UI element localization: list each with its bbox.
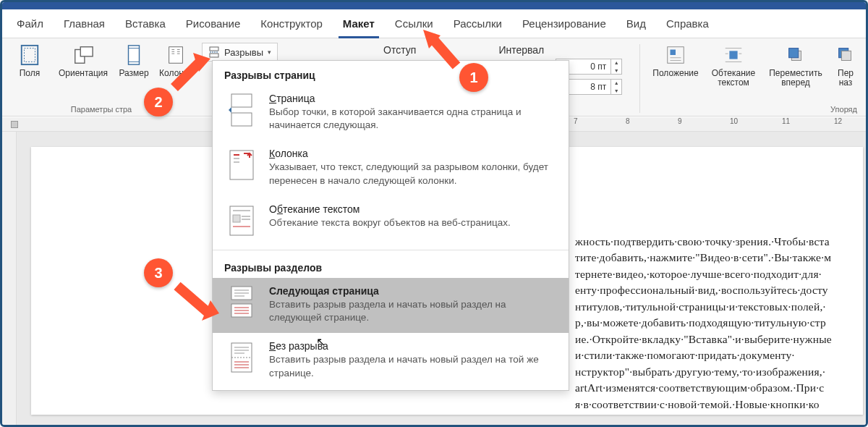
breaks-dropdown: Разрывы страниц Страница Выбор точки, в … bbox=[212, 60, 569, 391]
svg-rect-21 bbox=[729, 51, 737, 59]
tab-layout[interactable]: Макет bbox=[333, 9, 385, 38]
break-column-desc: Указывает, что текст, следующий за разры… bbox=[269, 161, 557, 187]
bring-forward-icon bbox=[785, 44, 807, 66]
position-icon bbox=[665, 44, 686, 66]
orientation-button[interactable]: Ориентация bbox=[54, 41, 112, 81]
send-backward-icon bbox=[835, 44, 856, 66]
tab-draw[interactable]: Рисование bbox=[176, 9, 251, 38]
svg-rect-29 bbox=[841, 51, 851, 60]
bring-forward-label: Переместить вперед bbox=[765, 69, 827, 88]
textwrap-break-icon bbox=[227, 203, 256, 238]
page-setup-group-label: Параметры стра bbox=[71, 105, 132, 116]
document-body-text[interactable]: жность·подтвердить·свою·точку·зрения.·Чт… bbox=[575, 234, 851, 413]
spin-down-icon[interactable]: ▼ bbox=[611, 67, 621, 75]
break-nextpage-item[interactable]: Следующая страница Вставить разрыв разде… bbox=[213, 278, 569, 333]
bring-forward-button[interactable]: Переместить вперед bbox=[763, 41, 828, 90]
page-break-icon bbox=[227, 93, 256, 127]
callout-arrow-3 bbox=[169, 277, 226, 328]
send-backward-button[interactable]: Пер наз bbox=[830, 41, 861, 90]
tab-help[interactable]: Справка bbox=[656, 9, 719, 38]
svg-rect-30 bbox=[231, 94, 252, 107]
title-bar bbox=[2, 2, 866, 9]
break-textwrap-item[interactable]: Обтекание текстом Обтекание текста вокру… bbox=[213, 196, 569, 247]
tab-insert[interactable]: Вставка bbox=[115, 9, 176, 38]
arrange-group-label: Упоряд bbox=[830, 105, 861, 116]
page-breaks-header: Разрывы страниц bbox=[213, 61, 569, 85]
tab-review[interactable]: Рецензирование bbox=[512, 9, 616, 38]
svg-rect-37 bbox=[233, 215, 240, 222]
break-continuous-title: Без разрыва bbox=[269, 340, 557, 352]
break-nextpage-title: Следующая страница bbox=[269, 285, 557, 297]
break-page-desc: Выбор точки, в которой заканчивается одн… bbox=[269, 106, 557, 132]
wrap-text-button[interactable]: Обтекание текстом bbox=[705, 41, 762, 90]
break-column-title: Колонка bbox=[269, 148, 557, 159]
margins-icon bbox=[19, 44, 41, 66]
tab-home[interactable]: Главная bbox=[54, 9, 115, 38]
position-button[interactable]: Положение bbox=[647, 41, 704, 90]
spin-down-icon[interactable]: ▼ bbox=[611, 87, 621, 95]
size-label: Размер bbox=[119, 69, 148, 78]
break-continuous-item[interactable]: Без разрыва Вставить разрыв раздела и на… bbox=[213, 333, 569, 388]
break-textwrap-desc: Обтекание текста вокруг объектов на веб-… bbox=[269, 216, 557, 229]
svg-rect-1 bbox=[25, 48, 35, 62]
send-backward-label: Пер наз bbox=[831, 69, 860, 88]
spin-up-icon[interactable]: ▲ bbox=[611, 79, 621, 87]
svg-rect-27 bbox=[789, 48, 799, 58]
size-button[interactable]: Размер bbox=[114, 41, 154, 81]
nextpage-break-icon bbox=[227, 285, 256, 320]
position-label: Положение bbox=[652, 69, 698, 78]
margins-button[interactable]: Поля bbox=[7, 41, 53, 81]
svg-rect-3 bbox=[80, 47, 93, 56]
tab-file[interactable]: Файл bbox=[7, 9, 54, 38]
tab-design[interactable]: Конструктор bbox=[250, 9, 333, 38]
spin-up-icon[interactable]: ▲ bbox=[611, 59, 621, 67]
callout-3: 3 bbox=[144, 258, 173, 287]
size-icon bbox=[123, 44, 145, 66]
margins-label: Поля bbox=[20, 69, 41, 78]
breaks-label: Разрывы bbox=[224, 47, 263, 58]
vertical-ruler[interactable] bbox=[2, 132, 17, 425]
callout-1: 1 bbox=[459, 63, 488, 92]
tab-view[interactable]: Вид bbox=[616, 9, 656, 38]
break-column-item[interactable]: Колонка Указывает, что текст, следующий … bbox=[213, 140, 569, 195]
orientation-label: Ориентация bbox=[59, 69, 108, 78]
orientation-icon bbox=[72, 44, 94, 66]
section-breaks-header: Разрывы разделов bbox=[213, 253, 569, 278]
ruler-marks: 789101112131415 bbox=[574, 117, 866, 125]
callout-arrow-2 bbox=[166, 50, 216, 93]
chevron-down-icon: ▾ bbox=[268, 48, 271, 56]
svg-rect-31 bbox=[231, 113, 252, 126]
break-nextpage-desc: Вставить разрыв раздела и начать новый р… bbox=[269, 298, 557, 324]
ruler-tab-well[interactable] bbox=[11, 121, 18, 128]
wrap-text-icon bbox=[723, 44, 744, 66]
indent-label: Отступ bbox=[383, 44, 416, 56]
spacing-label: Интервал bbox=[498, 44, 544, 56]
callout-2: 2 bbox=[144, 88, 173, 117]
column-break-icon bbox=[227, 148, 256, 182]
svg-rect-18 bbox=[671, 50, 676, 56]
break-textwrap-title: Обтекание текстом bbox=[269, 203, 557, 215]
continuous-break-icon bbox=[227, 340, 256, 375]
break-continuous-desc: Вставить разрыв раздела и начать новый р… bbox=[269, 353, 557, 379]
wrap-text-label: Обтекание текстом bbox=[707, 69, 760, 88]
break-page-item[interactable]: Страница Выбор точки, в которой заканчив… bbox=[213, 85, 569, 140]
dropdown-separator bbox=[213, 250, 569, 250]
break-page-title: Страница bbox=[269, 93, 557, 104]
group-arrange: Положение Обтекание текстом Переместить … bbox=[647, 41, 861, 116]
